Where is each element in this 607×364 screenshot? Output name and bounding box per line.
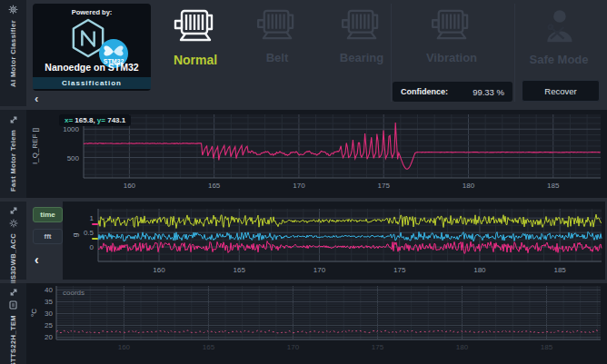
accelerometer-chart-panel: 16016517017518018500.51g time fft ‹ xyxy=(26,202,607,280)
doc-icon[interactable] xyxy=(8,300,18,310)
svg-text:175: 175 xyxy=(393,266,406,274)
status-label: Belt xyxy=(266,51,289,64)
expand-icon[interactable] xyxy=(8,114,18,124)
svg-text:175: 175 xyxy=(378,182,391,190)
svg-text:g: g xyxy=(71,233,79,237)
status-label: Bearing xyxy=(340,51,383,64)
sidebar-section-accelerometer[interactable]: IIS3DWB_ACC xyxy=(0,202,26,280)
svg-text:160: 160 xyxy=(124,182,136,190)
tooltip-x-value: 165.8, xyxy=(75,116,95,124)
expand-icon[interactable] xyxy=(8,288,18,297)
status-safe-mode[interactable]: Safe Mode xyxy=(522,7,595,66)
svg-text:25: 25 xyxy=(45,321,53,330)
telemetry-chart-panel: 1601651701751801855001000I_Q_REF [] x= 1… xyxy=(26,110,607,198)
gear-icon[interactable] xyxy=(8,5,18,15)
brand-title: Nanoedge on STM32 xyxy=(33,62,151,73)
status-normal[interactable]: Normal xyxy=(164,7,227,67)
svg-text:180: 180 xyxy=(473,266,486,274)
svg-text:180: 180 xyxy=(463,182,475,190)
legend-dash-yellow xyxy=(92,238,98,240)
svg-text:170: 170 xyxy=(313,266,326,274)
sidebar-label: IIS3DWB_ACC xyxy=(9,233,17,284)
motor-icon xyxy=(341,7,383,45)
svg-text:1: 1 xyxy=(90,214,95,222)
status-bearing[interactable]: Bearing xyxy=(330,7,393,64)
svg-text:185: 185 xyxy=(553,266,566,274)
sidebar-label: AI Motor Classifier xyxy=(9,20,17,87)
recover-button[interactable]: Recover xyxy=(522,80,600,102)
coords-label: coords xyxy=(63,289,85,297)
svg-text:0: 0 xyxy=(90,243,95,251)
svg-text:30: 30 xyxy=(45,310,53,318)
sidebar-section-classifier[interactable]: AI Motor Classifier xyxy=(0,0,26,106)
tooltip-x-label: x= xyxy=(65,116,73,124)
svg-text:I_Q_REF []: I_Q_REF [] xyxy=(31,128,39,164)
confidence-badge: Confidence: 99.33 % xyxy=(393,82,512,102)
status-label: Safe Mode xyxy=(529,53,588,66)
svg-text:180: 180 xyxy=(456,343,469,351)
temperature-chart[interactable]: 1601651701751801852025303540°C xyxy=(26,283,607,364)
sidebar-label: Fast Motor Telem xyxy=(9,130,17,192)
sidebar-section-temperature[interactable]: STTS22H_TEM xyxy=(0,283,26,364)
svg-text:0.5: 0.5 xyxy=(84,229,95,237)
svg-text:170: 170 xyxy=(287,343,300,351)
status-label: Normal xyxy=(174,53,217,67)
powered-by-label: Powered by: xyxy=(33,8,151,16)
svg-text:165: 165 xyxy=(234,266,246,274)
svg-text:175: 175 xyxy=(372,343,384,351)
svg-text:20: 20 xyxy=(45,333,53,341)
svg-text:185: 185 xyxy=(547,182,560,190)
svg-text:160: 160 xyxy=(118,343,131,351)
svg-text:°C: °C xyxy=(30,309,38,317)
status-belt[interactable]: Belt xyxy=(245,7,309,64)
motor-icon xyxy=(431,7,473,45)
svg-text:165: 165 xyxy=(208,182,221,190)
svg-text:185: 185 xyxy=(541,343,553,351)
brand-subtitle: Classification xyxy=(33,77,151,89)
acceleration-chart[interactable]: 16016517017518018500.51g xyxy=(26,202,607,283)
motor-icon xyxy=(174,7,217,47)
svg-text:35: 35 xyxy=(45,298,53,306)
svg-text:40: 40 xyxy=(45,286,53,294)
expand-icon[interactable] xyxy=(8,206,18,215)
chart-tooltip: x= 165.8, y= 743.1 xyxy=(59,114,131,126)
time-button[interactable]: time xyxy=(33,207,63,222)
status-vibration[interactable]: Vibration xyxy=(413,7,490,64)
svg-text:500: 500 xyxy=(67,154,80,162)
temperature-chart-panel: 1601651701751801852025303540°C coords xyxy=(26,283,607,364)
nanoedge-card: Powered by: STM32 Nanoedge on STM32 Clas… xyxy=(33,4,151,91)
svg-text:170: 170 xyxy=(293,182,305,190)
tooltip-y-value: 743.1 xyxy=(107,116,125,124)
confidence-value: 99.33 % xyxy=(473,87,504,97)
sidebar-label: STTS22H_TEM xyxy=(9,315,17,364)
motor-dashboard: AI Motor Classifier Fast Motor Telem IIS… xyxy=(0,0,607,364)
svg-text:160: 160 xyxy=(153,266,165,274)
fft-button[interactable]: fft xyxy=(33,229,63,244)
safe-mode-person-wrench-icon xyxy=(540,7,578,47)
collapse-chevron[interactable]: ‹ xyxy=(35,253,39,266)
sidebar-section-telemetry[interactable]: Fast Motor Telem xyxy=(0,110,26,198)
svg-text:1000: 1000 xyxy=(63,125,79,133)
legend-dash-pink xyxy=(92,223,98,225)
header-divider xyxy=(514,4,515,102)
gear-icon[interactable] xyxy=(8,219,18,228)
collapse-chevron[interactable]: ‹ xyxy=(35,93,38,104)
status-label: Vibration xyxy=(426,51,477,64)
tooltip-y-label: y= xyxy=(97,116,105,124)
motor-icon xyxy=(256,7,298,45)
svg-text:165: 165 xyxy=(203,343,215,351)
confidence-label: Confidence: xyxy=(401,87,448,96)
